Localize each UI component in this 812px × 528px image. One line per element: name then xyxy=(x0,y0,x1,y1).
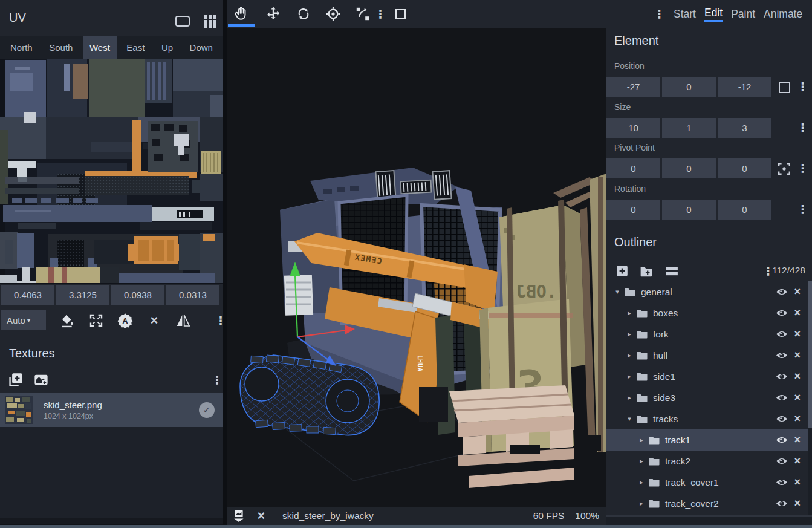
visibility-eye-icon[interactable] xyxy=(776,287,788,296)
hand-tool-icon[interactable] xyxy=(232,5,250,22)
pivot-tool-icon[interactable] xyxy=(324,5,342,22)
chevron-right-icon[interactable]: ▸ xyxy=(635,457,648,465)
uv-tab-south[interactable]: South xyxy=(42,36,79,59)
delete-icon[interactable]: × xyxy=(794,434,801,446)
delete-icon[interactable]: × xyxy=(794,307,801,319)
chevron-down-icon[interactable]: ▾ xyxy=(623,415,635,423)
chevron-right-icon[interactable]: ▸ xyxy=(623,330,635,338)
uv-snap-dropdown[interactable]: Auto ▾ xyxy=(1,310,46,330)
tab-animate[interactable]: Animate xyxy=(764,8,802,21)
uv-x-field[interactable]: 0.4063 xyxy=(1,285,54,305)
outliner-item-track-cover2[interactable]: ▸ track_cover2 × xyxy=(606,493,808,514)
chevron-right-icon[interactable]: ▸ xyxy=(623,309,635,317)
visibility-eye-icon[interactable] xyxy=(776,435,788,445)
outliner-item-track2[interactable]: ▸ track2 × xyxy=(606,451,808,472)
textures-overflow-menu-icon[interactable]: ⋮ xyxy=(212,372,222,388)
uv-tab-up[interactable]: Up xyxy=(155,36,180,59)
grid-view-icon[interactable] xyxy=(204,15,216,28)
rotate-tool-icon[interactable] xyxy=(294,5,313,22)
collapse-panel-icon[interactable] xyxy=(175,16,190,27)
outliner-item-side1[interactable]: ▸ side1 × xyxy=(606,366,808,387)
outliner-item-boxes[interactable]: ▸ boxes × xyxy=(606,302,808,324)
chevron-right-icon[interactable]: ▸ xyxy=(635,500,648,507)
delete-icon[interactable]: × xyxy=(794,412,801,425)
position-x-field[interactable]: -27 xyxy=(606,77,660,97)
toggle-options-icon[interactable] xyxy=(664,263,680,279)
uv-tab-east[interactable]: East xyxy=(120,36,151,59)
rotation-x-field[interactable]: 0 xyxy=(606,200,660,220)
visibility-eye-icon[interactable] xyxy=(776,499,788,508)
move-tool-icon[interactable] xyxy=(264,5,282,22)
delete-icon[interactable]: × xyxy=(794,455,801,468)
transform-tool-icon[interactable] xyxy=(354,5,372,22)
size-z-field[interactable]: 3 xyxy=(718,118,771,138)
outliner-item-track1[interactable]: ▸ track1 × xyxy=(606,429,808,451)
outliner-scrollbar-thumb[interactable] xyxy=(808,281,812,428)
chevron-right-icon[interactable]: ▸ xyxy=(635,436,648,444)
close-preview-icon[interactable]: × xyxy=(251,509,271,523)
add-cube-icon[interactable] xyxy=(614,263,630,279)
uv-height-field[interactable]: 0.0313 xyxy=(166,285,219,305)
position-y-field[interactable]: 0 xyxy=(662,77,716,97)
pivot-menu-icon[interactable]: ⋮ xyxy=(797,163,808,174)
viewport-3d-canvas[interactable]: CEMEX LHUA xyxy=(227,28,606,507)
position-z-field[interactable]: -12 xyxy=(718,77,771,97)
marquee-select-tool-icon[interactable] xyxy=(391,5,409,22)
size-menu-icon[interactable]: ⋮ xyxy=(797,122,808,134)
position-menu-icon[interactable]: ⋮ xyxy=(797,81,808,93)
uv-maximize-icon[interactable] xyxy=(87,311,105,330)
uv-tab-north[interactable]: North xyxy=(4,36,39,59)
size-x-field[interactable]: 10 xyxy=(606,118,660,138)
chevron-down-icon[interactable]: ▾ xyxy=(611,288,623,296)
uv-tab-down[interactable]: Down xyxy=(183,36,219,59)
import-texture-icon[interactable] xyxy=(33,371,50,388)
uv-width-field[interactable]: 0.0938 xyxy=(111,285,164,305)
visibility-eye-icon[interactable] xyxy=(776,457,788,466)
texture-selected-check-icon[interactable]: ✓ xyxy=(199,402,215,418)
create-texture-icon[interactable] xyxy=(7,371,24,388)
outliner-item-side3[interactable]: ▸ side3 × xyxy=(606,387,808,408)
chevron-right-icon[interactable]: ▸ xyxy=(635,478,648,486)
delete-icon[interactable]: × xyxy=(794,497,801,510)
uv-clear-icon[interactable]: × xyxy=(145,311,163,330)
chevron-right-icon[interactable]: ▸ xyxy=(623,394,635,402)
pivot-z-field[interactable]: 0 xyxy=(718,158,771,178)
uv-editor-canvas[interactable] xyxy=(0,59,223,284)
tab-edit[interactable]: Edit xyxy=(704,7,723,22)
outliner-item-hull[interactable]: ▸ hull × xyxy=(606,345,808,366)
chevron-right-icon[interactable]: ▸ xyxy=(623,351,635,359)
add-group-icon[interactable] xyxy=(638,263,654,279)
uv-apply-texture-icon[interactable] xyxy=(58,311,76,330)
visibility-eye-icon[interactable] xyxy=(776,372,788,381)
rotation-z-field[interactable]: 0 xyxy=(718,200,771,220)
outliner-scrollbar[interactable] xyxy=(808,281,812,523)
pivot-x-field[interactable]: 0 xyxy=(606,158,660,178)
uv-y-field[interactable]: 3.3125 xyxy=(56,285,109,305)
visibility-eye-icon[interactable] xyxy=(776,393,788,402)
mode-overflow-menu-icon[interactable]: ⋮ xyxy=(654,8,665,20)
delete-icon[interactable]: × xyxy=(794,328,801,341)
delete-icon[interactable]: × xyxy=(794,349,801,362)
size-y-field[interactable]: 1 xyxy=(662,118,716,138)
tab-paint[interactable]: Paint xyxy=(731,8,755,21)
tab-start[interactable]: Start xyxy=(674,8,696,21)
toolbar-overflow-menu-icon[interactable]: ⋮ xyxy=(375,5,386,22)
chevron-right-icon[interactable]: ▸ xyxy=(623,373,635,380)
visibility-eye-icon[interactable] xyxy=(776,478,788,487)
visibility-eye-icon[interactable] xyxy=(776,308,788,318)
outliner-item-track-cover1[interactable]: ▸ track_cover1 × xyxy=(606,472,808,493)
visibility-eye-icon[interactable] xyxy=(776,330,788,339)
uv-tab-west[interactable]: West xyxy=(83,36,117,59)
pivot-focus-icon[interactable] xyxy=(777,161,791,176)
position-plane-toggle-icon[interactable] xyxy=(777,80,791,94)
delete-icon[interactable]: × xyxy=(794,391,801,404)
visibility-eye-icon[interactable] xyxy=(776,351,788,360)
uv-mirror-icon[interactable] xyxy=(174,311,192,330)
rotation-menu-icon[interactable]: ⋮ xyxy=(797,204,808,215)
visibility-eye-icon[interactable] xyxy=(776,414,788,423)
delete-icon[interactable]: × xyxy=(794,370,801,383)
outliner-item-fork[interactable]: ▸ fork × xyxy=(606,324,808,345)
texture-list-item[interactable]: skid_steer.png 1024 x 1024px ✓ xyxy=(0,393,223,427)
rotation-y-field[interactable]: 0 xyxy=(662,200,716,220)
uv-auto-uv-icon[interactable]: A xyxy=(116,311,134,330)
